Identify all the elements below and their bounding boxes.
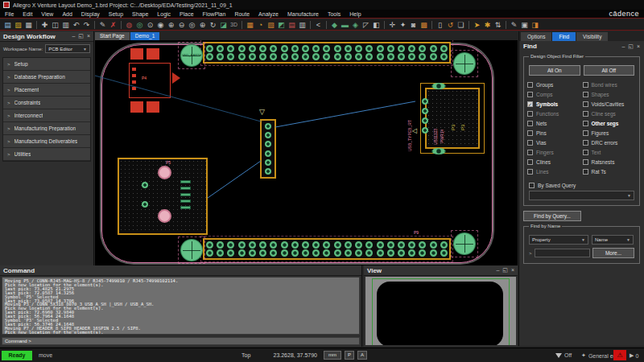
zoom-center-icon[interactable]: ⊕ — [197, 20, 208, 30]
delete-icon[interactable]: ▥ — [60, 20, 71, 30]
workflow-item-interconnect[interactable]: >Interconnect — [3, 109, 90, 122]
filter-voids-cavities[interactable]: Voids/Cavities — [583, 99, 637, 109]
checkbox-icon[interactable]: ✓ — [527, 101, 533, 107]
float-icon[interactable]: ◱ — [502, 266, 508, 274]
checkbox-icon[interactable] — [583, 101, 588, 107]
new-drawing-icon[interactable]: ▤ — [2, 20, 13, 30]
text-frame-icon[interactable]: ▣ — [519, 20, 530, 30]
color192-icon[interactable]: ◔ — [255, 20, 266, 30]
view-thumbnail[interactable] — [365, 277, 516, 345]
checkbox-icon[interactable] — [527, 111, 533, 117]
checkbox-icon[interactable] — [527, 140, 533, 146]
share-icon[interactable]: < — [313, 20, 324, 30]
design-workflow-titlebar[interactable]: Design Workflow – ◱ × — [0, 31, 93, 42]
filter-drc-errors[interactable]: DRC errors — [583, 138, 637, 147]
zoom-fit-icon[interactable]: ◉ — [155, 20, 166, 30]
checkbox-icon[interactable] — [583, 111, 588, 117]
filter-comps[interactable]: Comps — [527, 89, 581, 99]
filter-clines[interactable]: Clines — [527, 157, 581, 167]
menu-item-edit[interactable]: Edit — [23, 11, 32, 17]
units-button[interactable]: mm — [324, 351, 341, 360]
filter-text[interactable]: Text — [583, 147, 637, 157]
pick-button[interactable]: P — [345, 351, 354, 360]
filter-other-segs[interactable]: Other segs — [583, 118, 637, 128]
glossing-icon[interactable]: ◈ — [350, 20, 361, 30]
clipboard-icon[interactable]: ▯ — [435, 20, 445, 30]
pan-hand-icon[interactable]: ✱ — [482, 20, 493, 30]
redraw-icon[interactable]: ↻ — [208, 20, 218, 30]
drc-update-icon[interactable]: ▩ — [419, 20, 429, 30]
application-mode-button[interactable]: A — [357, 351, 367, 360]
more-button[interactable]: More... — [592, 248, 634, 258]
filter-figures[interactable]: Figures — [583, 128, 637, 138]
save-drawing-icon[interactable]: ▦ — [23, 20, 34, 30]
tab-options[interactable]: Options — [521, 32, 551, 41]
workflow-item-database-preparation[interactable]: >Database Preparation — [3, 71, 90, 84]
find-by-name-type-select[interactable]: Property ▼ — [529, 235, 588, 245]
checkbox-icon[interactable] — [583, 140, 588, 146]
float-icon[interactable]: ◱ — [628, 43, 634, 51]
open-drawing-icon[interactable]: ▨ — [13, 20, 23, 30]
shadow-mode-icon[interactable]: ◩ — [276, 20, 287, 30]
workflow-item-constraints[interactable]: >Constraints — [3, 97, 90, 109]
snap-pick-icon[interactable]: ✛ — [387, 20, 398, 30]
checkbox-icon[interactable] — [527, 169, 533, 175]
workflow-item-manufacturing-preparation[interactable]: >Manufacturing Preparation — [3, 122, 90, 135]
fix-icon[interactable]: ✎ — [97, 20, 108, 30]
flip-design-icon[interactable]: ◪ — [218, 20, 229, 30]
workspace-select[interactable]: PCB Editor ▼ — [45, 44, 90, 53]
swap-pins-icon[interactable]: ⇅ — [493, 20, 503, 30]
saved-query-select[interactable]: ▼ — [529, 191, 634, 200]
reports-icon[interactable]: ▤ — [287, 20, 297, 30]
close-icon[interactable]: × — [511, 266, 514, 274]
label-tune-icon[interactable]: ✦ — [398, 20, 408, 30]
filter-vias[interactable]: Vias — [527, 138, 581, 147]
minimize-icon[interactable]: – — [72, 32, 75, 40]
checkbox-icon[interactable] — [583, 82, 588, 88]
route-slide-icon[interactable]: ▬ — [340, 20, 350, 30]
workflow-item-setup[interactable]: >Setup — [3, 58, 90, 71]
checkbox-icon[interactable] — [527, 159, 533, 165]
capture-view-icon[interactable]: ◙ — [408, 20, 419, 30]
menu-item-help[interactable]: Help — [349, 11, 361, 17]
workflow-item-manufacturing-deliverables[interactable]: >Manufacturing Deliverables — [3, 135, 90, 148]
filter-groups[interactable]: Groups — [527, 80, 581, 89]
filter-shapes[interactable]: Shapes — [583, 89, 637, 99]
find-panel-titlebar[interactable]: Find – ◱ × — [519, 41, 644, 51]
filter-status[interactable]: Off — [555, 352, 572, 358]
canvas-tab-demo_1[interactable]: Demo_1 — [130, 32, 160, 40]
filter-cline-segs[interactable]: Cline segs — [583, 109, 637, 118]
zoom-world-icon[interactable]: ◎ — [187, 20, 197, 30]
zoom-points-icon[interactable]: ⊙ — [145, 20, 155, 30]
tab-visibility[interactable]: Visibility — [576, 32, 608, 41]
pencil-icon[interactable]: ✎ — [509, 20, 519, 30]
checkbox-icon[interactable] — [527, 130, 533, 136]
find-by-name-mode-select[interactable]: Name ▼ — [592, 235, 634, 245]
command-input[interactable]: Command > — [2, 337, 360, 345]
move-icon[interactable]: ✚ — [39, 20, 50, 30]
menu-item-view[interactable]: View — [41, 11, 53, 17]
filter-symbols[interactable]: ✓Symbols — [527, 99, 581, 109]
menu-item-analyze[interactable]: Analyze — [258, 11, 279, 17]
pcb-canvas[interactable]: P9 GND_EARTH — [95, 40, 518, 265]
3d-canvas-icon[interactable]: 3D — [229, 20, 239, 30]
filter-ratsnests[interactable]: Ratsnests — [583, 157, 637, 167]
filter-lines[interactable]: Lines — [527, 167, 581, 176]
properties-icon[interactable]: ▥ — [297, 20, 308, 30]
checkbox-icon[interactable] — [583, 92, 588, 97]
command-console[interactable]: Moving P5 / CONN-RJ45-MAG-HS-8 / RJ45-74… — [2, 277, 360, 335]
zoom-in-icon[interactable]: ⊕ — [166, 20, 176, 30]
filter-rat-ts[interactable]: Rat Ts — [583, 167, 637, 176]
find-by-query-button[interactable]: Find by Query... — [523, 211, 581, 221]
checkbox-icon[interactable] — [583, 121, 588, 126]
minimize-icon[interactable]: – — [621, 43, 625, 51]
checkbox-icon[interactable] — [583, 150, 588, 155]
menu-item-route[interactable]: Route — [234, 11, 250, 17]
text-block-icon[interactable]: ◨ — [530, 20, 540, 30]
by-saved-query-checkbox[interactable] — [529, 183, 535, 188]
workflow-item-utilities[interactable]: >Utilities — [3, 148, 90, 161]
checkbox-icon[interactable] — [583, 130, 588, 136]
menu-item-display[interactable]: Display — [81, 11, 100, 17]
find-name-input[interactable] — [535, 249, 590, 257]
undo-icon[interactable]: ↶ — [71, 20, 81, 30]
